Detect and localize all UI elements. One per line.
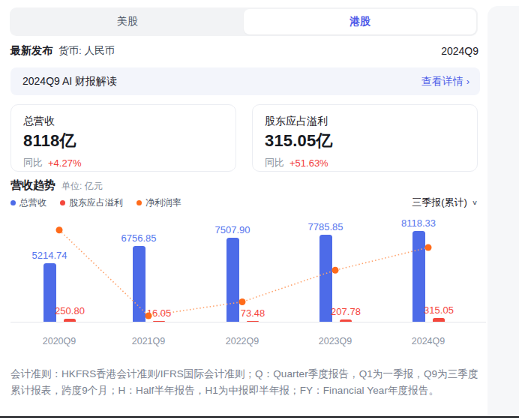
revenue-value-label: 5214.74 [23, 250, 76, 261]
trend-section-header: 营收趋势 单位: 亿元 [10, 178, 103, 193]
shareholder-profit-value: 315.05亿 [265, 130, 465, 152]
latest-release-label: 最新发布 [10, 44, 52, 58]
view-details-label: 查看详情 [422, 75, 464, 88]
profit-bar [433, 318, 445, 322]
total-revenue-card: 总营收 8118亿 同比 +4.27% [10, 104, 236, 172]
revenue-value-label: 7785.85 [299, 221, 352, 232]
net-margin-point [332, 267, 339, 274]
profit-value-label: 73.48 [226, 308, 279, 319]
x-axis-tick-label: 2021Q9 [122, 336, 175, 346]
period-selector-label: 三季报(累计) [412, 196, 467, 209]
legend-dot-icon [10, 200, 16, 206]
legend-item-profit[interactable]: 股东应占溢利 [60, 196, 123, 209]
report-period: 2024Q9 [441, 45, 478, 57]
shareholder-profit-card: 股东应占溢利 315.05亿 同比 +51.63% [252, 104, 478, 172]
legend-item-margin[interactable]: 净利润率 [136, 196, 182, 209]
revenue-value-label: 8118.33 [392, 218, 445, 229]
view-details-link[interactable]: 查看详情 › [422, 75, 470, 88]
net-margin-point [56, 226, 63, 233]
ai-report-title: 2024Q9 AI 财报解读 [22, 75, 117, 88]
profit-value-label: 16.05 [133, 308, 185, 319]
legend-label: 股东应占溢利 [69, 196, 123, 209]
profit-value-label: 315.05 [412, 304, 465, 316]
profit-bar [340, 320, 352, 322]
yoy-value: +4.27% [48, 158, 81, 169]
total-revenue-label: 总营收 [23, 115, 224, 128]
revenue-value-label: 7507.90 [206, 224, 259, 236]
yoy-label: 同比 [265, 156, 284, 170]
x-axis-tick-label: 2023Q9 [309, 336, 362, 346]
x-axis-tick-label: 2022Q9 [216, 336, 268, 346]
x-axis-tick-label: 2024Q9 [402, 336, 454, 346]
market-tabbar: 美股 港股 [10, 8, 478, 36]
ai-report-banner[interactable]: 2024Q9 AI 财报解读 查看详情 › [10, 68, 480, 95]
accounting-standards-note: 会计准则：HKFRS香港会计准则/IFRS国际会计准则；Q：Quarter季度报… [10, 366, 481, 399]
legend-label: 总营收 [20, 196, 46, 209]
report-meta-row: 最新发布 货币: 人民币 2024Q9 [10, 44, 478, 58]
legend-dot-icon [60, 200, 65, 206]
tab-hk-stocks[interactable]: 港股 [244, 9, 476, 34]
net-margin-point [239, 298, 246, 305]
legend-dot-icon [136, 200, 142, 206]
chevron-down-icon: ∨ [472, 199, 478, 206]
trend-unit-label: 单位: 亿元 [62, 180, 103, 193]
chart-legend-row: 总营收 股东应占溢利 净利润率 三季报(累计) ∨ [10, 196, 478, 209]
currency-label: 货币: 人民币 [58, 44, 115, 58]
profit-bar [247, 321, 259, 322]
profit-value-label: 207.78 [320, 306, 372, 317]
tab-us-stocks[interactable]: 美股 [11, 9, 244, 34]
net-margin-point [425, 244, 432, 251]
x-axis-line [10, 322, 486, 322]
yoy-label: 同比 [23, 156, 43, 170]
period-selector-dropdown[interactable]: 三季报(累计) ∨ [412, 196, 478, 209]
chevron-right-icon: › [466, 76, 470, 87]
profit-value-label: 250.80 [44, 305, 96, 316]
profit-bar [64, 319, 76, 322]
summary-cards: 总营收 8118亿 同比 +4.27% 股东应占溢利 315.05亿 同比 +5… [10, 104, 478, 172]
legend-label: 净利润率 [146, 196, 182, 209]
total-revenue-value: 8118亿 [23, 130, 224, 152]
legend-item-revenue[interactable]: 总营收 [10, 196, 46, 209]
trend-chart: 5214.74250.802020Q96756.8516.052021Q9750… [0, 214, 519, 364]
x-axis-tick-label: 2020Q9 [33, 336, 86, 346]
trend-title: 营收趋势 [10, 178, 56, 193]
yoy-value: +51.63% [290, 158, 328, 169]
financials-panel: 美股 港股 最新发布 货币: 人民币 2024Q9 2024Q9 AI 财报解读… [0, 0, 519, 420]
shareholder-profit-label: 股东应占溢利 [265, 115, 465, 128]
revenue-value-label: 6756.85 [112, 232, 165, 244]
profit-bar [153, 321, 165, 322]
window-bottom-edge [0, 416, 519, 418]
